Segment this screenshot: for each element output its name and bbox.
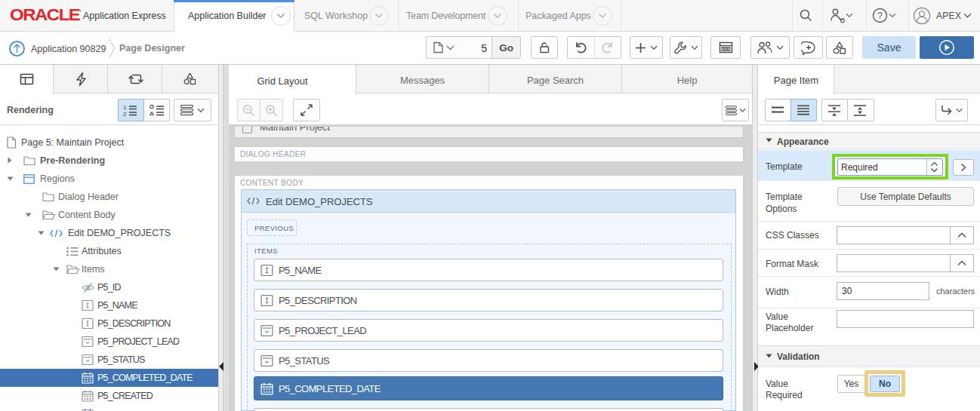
svg-text:?: ? (877, 11, 883, 21)
svg-text:2: 2 (123, 111, 127, 116)
svg-text:1: 1 (123, 104, 127, 111)
